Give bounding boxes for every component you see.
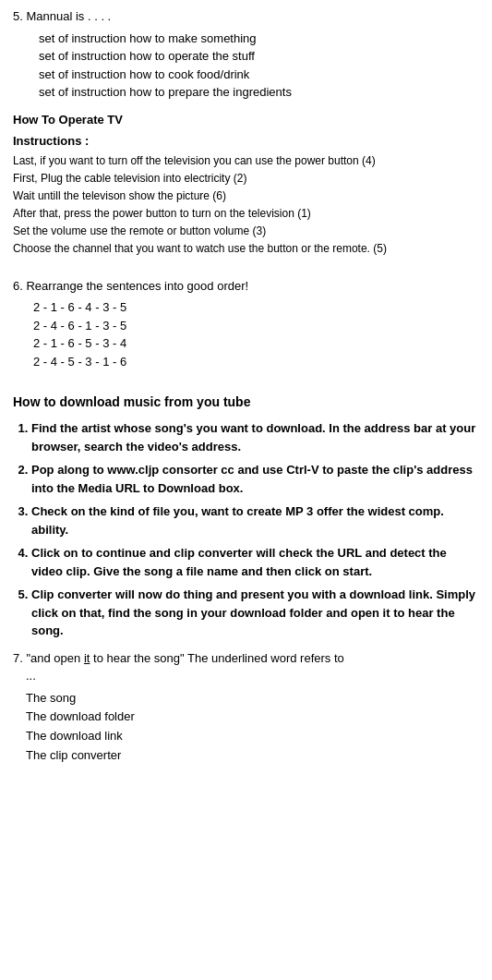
instructions-label: Instructions : <box>13 132 479 151</box>
instruction-line: Wait untill the televison show the pictu… <box>13 188 479 204</box>
instruction-line: After that, press the power button to tu… <box>13 205 479 222</box>
section7-answer-option: The clip converter <box>26 746 479 766</box>
download-section: How to download music from you tube Find… <box>13 393 479 640</box>
section6-option: 2 - 4 - 6 - 1 - 3 - 5 <box>13 317 479 335</box>
instructions-lines: Last, if you want to turn off the televi… <box>13 152 479 257</box>
section7-answer-option: The download link <box>26 727 479 746</box>
section-6: 6. Rearrange the sentences into good ord… <box>13 277 479 371</box>
download-steps: Find the artist whose song's you want to… <box>13 419 479 640</box>
instruction-line: Choose the channel that you want to watc… <box>13 240 479 257</box>
section7-answer-option: The song <box>26 689 479 708</box>
how-to-operate-tv: How To Operate TV Instructions : Last, i… <box>13 111 479 257</box>
section5-option: set of instruction how to prepare the in… <box>39 83 479 102</box>
instruction-line: First, Plug the cable television into el… <box>13 170 479 187</box>
section5-option: set of instruction how to operate the st… <box>39 47 479 66</box>
download-heading: How to download music from you tube <box>13 393 479 412</box>
download-step: Click on to continue and clip converter … <box>31 544 479 580</box>
section-5: 5. Mannual is . . . . set of instruction… <box>13 7 479 102</box>
section5-options: set of instruction how to make something… <box>13 30 479 102</box>
section5-option: set of instruction how to make something <box>39 30 479 48</box>
section6-option: 2 - 1 - 6 - 4 - 3 - 5 <box>13 298 479 317</box>
download-step: Pop along to www.cljp consorter cc and u… <box>31 461 479 497</box>
section7-question-end: to hear the song" The underlined word re… <box>90 651 343 665</box>
section5-option: set of instruction how to cook food/drin… <box>39 66 479 84</box>
download-step: Clip converter will now do thing and pre… <box>31 586 479 640</box>
section7-ellipsis: ... <box>13 667 479 685</box>
download-step: Find the artist whose song's you want to… <box>31 419 479 455</box>
operate-tv-heading: How To Operate TV <box>13 111 479 129</box>
section-7: 7. "and open it to hear the song" The un… <box>13 649 479 766</box>
section6-option: 2 - 1 - 6 - 5 - 3 - 4 <box>13 334 479 353</box>
section7-question: 7. "and open it to hear the song" The un… <box>13 649 479 668</box>
section6-option: 2 - 4 - 5 - 3 - 1 - 6 <box>13 353 479 371</box>
section6-options: 2 - 1 - 6 - 4 - 3 - 52 - 4 - 6 - 1 - 3 -… <box>13 298 479 370</box>
download-step: Check on the kind of file you, want to c… <box>31 502 479 538</box>
section5-title: 5. Mannual is . . . . <box>13 7 479 26</box>
section7-options: The songThe download folderThe download … <box>13 689 479 766</box>
section6-title: 6. Rearrange the sentences into good ord… <box>13 277 479 296</box>
section7-question-start: 7. "and open <box>13 651 84 665</box>
instruction-line: Last, if you want to turn off the televi… <box>13 152 479 169</box>
instruction-line: Set the volume use the remote or button … <box>13 223 479 239</box>
section7-answer-option: The download folder <box>26 708 479 727</box>
